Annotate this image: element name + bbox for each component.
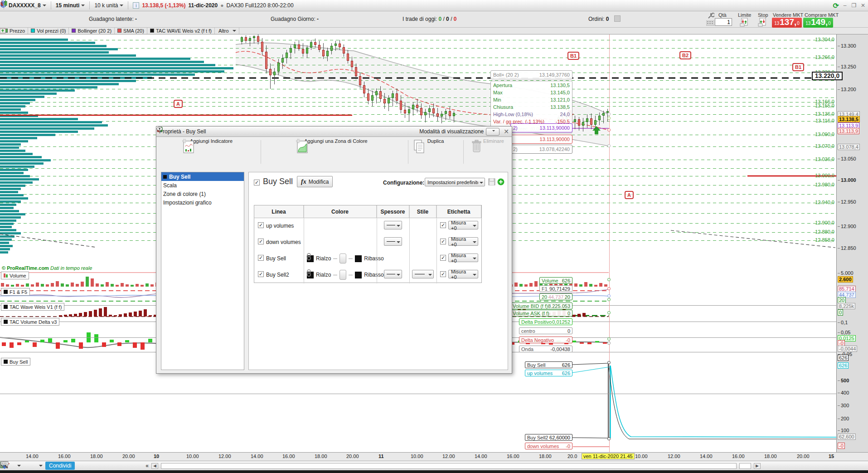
checkbox[interactable]: ✓	[258, 271, 264, 277]
price-axis[interactable]: 13.30013.25013.20013.05013.00012.95012.9…	[836, 34, 868, 460]
collapse-toolbar-button[interactable]: «	[145, 463, 149, 469]
checkbox[interactable]: ✓	[440, 271, 446, 277]
expand-icon[interactable]	[0, 28, 6, 34]
pane-label-buy-sell[interactable]: Buy Sell	[1, 358, 30, 366]
edit-formula-button[interactable]: fxModifica	[297, 176, 333, 187]
ribasso-color-swatch[interactable]	[355, 255, 362, 262]
bollinger-value-row: Boll+ (20 2)13.149,37760	[490, 70, 572, 79]
sell-market-button[interactable]: 13137,0	[772, 18, 802, 28]
timeframe-selector[interactable]: 15 minuti	[56, 2, 85, 9]
windows-icon[interactable]	[118, 462, 129, 470]
candle-body	[351, 61, 353, 67]
dialog-close-button[interactable]: ✕	[504, 128, 509, 135]
thickness-dropdown[interactable]	[384, 237, 402, 246]
settings-wrench-icon[interactable]	[707, 12, 714, 20]
dialog-nav-buy-sell[interactable]: Buy Sell	[161, 172, 244, 181]
news-icon[interactable]	[91, 462, 102, 470]
label-dropdown[interactable]: Misura +0	[448, 237, 478, 246]
chip-vol-prezzi-0-[interactable]: Vol prezzi (0)	[28, 28, 69, 34]
volume-bar	[6, 284, 9, 287]
chip-bollinger-20-2-[interactable]: Bollinger (20 2)	[69, 28, 115, 34]
scroll-left-button[interactable]: ◀	[151, 463, 158, 469]
time-label: 10	[154, 453, 159, 459]
orderbook-icon[interactable]	[105, 462, 116, 470]
thickness-dropdown[interactable]	[384, 270, 402, 278]
qty-input[interactable]	[715, 18, 732, 26]
checkbox[interactable]: ✓	[258, 222, 264, 228]
pane-label-tac-wave-weis-v1-f-f-[interactable]: TAC Wave Weis V1 (f f)	[1, 303, 64, 311]
candle-body	[392, 93, 394, 98]
limit-order-icon[interactable]	[740, 18, 750, 27]
thickness-dropdown[interactable]	[384, 221, 402, 229]
label-dropdown[interactable]: Misura +0	[448, 270, 478, 278]
candle-body	[590, 118, 592, 125]
zoom-fit-icon[interactable]	[763, 462, 774, 470]
pane-label-f1-f5[interactable]: F1 & F5	[1, 288, 30, 296]
checkbox[interactable]: ✓	[258, 255, 264, 261]
draw-tool-caret[interactable]	[17, 465, 21, 468]
indicator-enabled-checkbox[interactable]: ✓	[254, 180, 260, 185]
dialog-toolbar-duplicate[interactable]: Duplica	[411, 138, 461, 144]
label-dropdown[interactable]: Misura +0	[448, 221, 478, 229]
pane-label-tac-volume-delta-v3[interactable]: TAC Volume Delta v3	[1, 318, 59, 326]
dialog-nav-scala[interactable]: Scala	[161, 181, 244, 190]
pane-label-volume[interactable]: Volume	[1, 272, 29, 279]
properties-dialog[interactable]: Proprietà - Buy Sell Modalità di visuali…	[156, 126, 512, 374]
keypad-icon[interactable]	[706, 20, 714, 26]
chip-sma-20-[interactable]: SMA (20)	[115, 28, 147, 34]
refresh-icon[interactable]: ⟳	[833, 1, 839, 10]
add-config-icon[interactable]	[497, 178, 504, 185]
checkbox[interactable]: ✓	[440, 222, 446, 228]
candle-body	[277, 63, 280, 72]
link-colors-icon[interactable]	[339, 254, 346, 263]
dialog-title: Proprietà - Buy Sell	[159, 128, 206, 135]
restore-button[interactable]: ❐	[851, 2, 857, 9]
chip-altro[interactable]: Altro	[216, 28, 239, 34]
volume-bar	[126, 284, 129, 287]
units-selector[interactable]: 10 k unità	[94, 2, 123, 9]
minimize-button[interactable]: –	[842, 2, 848, 9]
zoom-in-icon[interactable]	[790, 462, 801, 470]
config-dropdown[interactable]: Impostazioni predefinite	[425, 178, 485, 186]
anchor-icon[interactable]	[0, 0, 6, 8]
style-dropdown[interactable]	[412, 270, 434, 278]
checkbox[interactable]: ✓	[440, 255, 446, 261]
buy-market-button[interactable]: 13149,0	[803, 18, 833, 28]
dialog-nav-impostazioni-grafico[interactable]: Impostazioni grafico	[161, 198, 244, 207]
time-axis[interactable]: 14.0016.0018.0020.001010.0012.0014.0016.…	[0, 452, 868, 460]
green-wrench-icon[interactable]	[132, 462, 143, 470]
label-dropdown[interactable]: Misura +0	[448, 254, 478, 262]
link-colors-icon[interactable]	[339, 270, 346, 280]
dialog-nav-zone-di-colore-1-[interactable]: Zone di colore (1)	[161, 190, 244, 198]
pane-divider[interactable]	[0, 394, 836, 394]
orders-grid-icon[interactable]	[614, 15, 621, 22]
instrument-selector[interactable]: DAXXXXX_8	[9, 2, 46, 9]
scrollbar-end[interactable]	[739, 463, 751, 469]
dialog-toolbar-add-indicator[interactable]: Aggiungi Indicatore	[181, 138, 242, 144]
share-button[interactable]: Condividi	[45, 462, 75, 470]
time-label: 20.0	[567, 453, 577, 459]
chat-icon[interactable]	[78, 462, 88, 470]
view-mode-button[interactable]	[486, 128, 499, 136]
checkbox[interactable]: ✓	[258, 239, 264, 244]
chart-type-icon[interactable]	[24, 462, 34, 470]
time-label: 10.00	[635, 453, 648, 459]
chart-scrollbar[interactable]	[161, 463, 737, 469]
close-button[interactable]: ✕	[860, 2, 866, 9]
indicator-swatch	[4, 305, 8, 309]
info-icon[interactable]: i	[133, 2, 139, 9]
save-config-icon[interactable]	[488, 178, 495, 185]
price-level-label: 13.304,0	[807, 37, 834, 42]
scroll-right-button[interactable]: ▶	[754, 463, 761, 469]
chip-tac-wave-weis-v2-f-t-f-[interactable]: TAC WAVE Weis v2 (f t f)	[147, 28, 215, 34]
ribasso-color-swatch[interactable]	[355, 272, 362, 278]
chart-type-caret[interactable]	[39, 465, 43, 468]
value-marker	[607, 298, 611, 301]
stop-order-icon[interactable]	[758, 18, 768, 27]
interval-icon[interactable]	[804, 462, 815, 470]
dialog-toolbar-add-color-zone[interactable]: Aggiungi una Zona di Colore	[295, 138, 377, 144]
checkbox[interactable]: ✓	[440, 239, 446, 244]
volume-bar	[519, 284, 523, 287]
dialog-titlebar[interactable]: Proprietà - Buy Sell Modalità di visuali…	[156, 127, 512, 137]
zoom-out-icon[interactable]	[777, 462, 788, 470]
